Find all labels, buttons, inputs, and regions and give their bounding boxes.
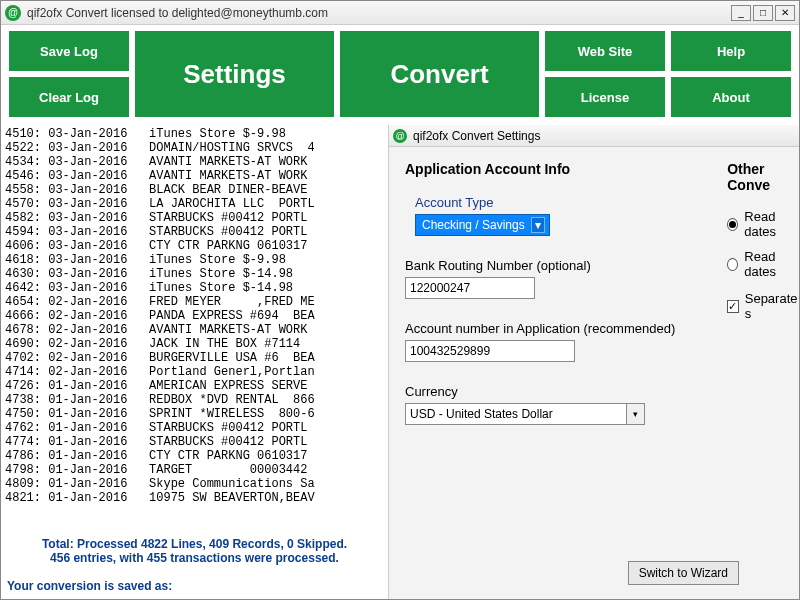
log-footer: Total: Processed 4822 Lines, 409 Records…: [1, 533, 388, 599]
log-line: 4690: 02-Jan-2016 JACK IN THE BOX #7114: [5, 337, 388, 351]
settings-button[interactable]: Settings: [135, 31, 334, 117]
maximize-button[interactable]: □: [753, 5, 773, 21]
log-pane: 4510: 03-Jan-2016 iTunes Store $-9.98452…: [1, 125, 389, 599]
web-site-button[interactable]: Web Site: [545, 31, 665, 71]
radio-label: Read dates: [744, 249, 799, 279]
log-summary-2: 456 entries, with 455 transactions were …: [7, 551, 382, 565]
log-line: 4821: 01-Jan-2016 10975 SW BEAVERTON,BEA…: [5, 491, 388, 505]
toolbar: Save Log Clear Log Settings Convert Web …: [1, 25, 799, 125]
log-line: 4666: 02-Jan-2016 PANDA EXPRESS #694 BEA: [5, 309, 388, 323]
account-number-input[interactable]: [405, 340, 575, 362]
checkbox-icon: [727, 300, 739, 313]
log-line: 4582: 03-Jan-2016 STARBUCKS #00412 PORTL: [5, 211, 388, 225]
log-line: 4798: 01-Jan-2016 TARGET 00003442: [5, 463, 388, 477]
help-button[interactable]: Help: [671, 31, 791, 71]
log-line: 4534: 03-Jan-2016 AVANTI MARKETS-AT WORK: [5, 155, 388, 169]
log-line: 4606: 03-Jan-2016 CTY CTR PARKNG 0610317: [5, 239, 388, 253]
chevron-down-icon: ▾: [626, 404, 644, 424]
minimize-button[interactable]: _: [731, 5, 751, 21]
chevron-down-icon: ▾: [531, 217, 545, 233]
log-line: 4630: 03-Jan-2016 iTunes Store $-14.98: [5, 267, 388, 281]
log-line: 4558: 03-Jan-2016 BLACK BEAR DINER-BEAVE: [5, 183, 388, 197]
radio-label: Read dates: [744, 209, 799, 239]
app-icon: @: [393, 129, 407, 143]
app-icon: @: [5, 5, 21, 21]
log-saved-as: Your conversion is saved as:: [7, 579, 382, 593]
currency-dropdown[interactable]: USD - United States Dollar ▾: [405, 403, 645, 425]
account-type-label: Account Type: [405, 195, 687, 210]
currency-value: USD - United States Dollar: [410, 407, 553, 421]
log-line: 4762: 01-Jan-2016 STARBUCKS #00412 PORTL: [5, 421, 388, 435]
log-line: 4738: 01-Jan-2016 REDBOX *DVD RENTAL 866: [5, 393, 388, 407]
log-summary-1: Total: Processed 4822 Lines, 409 Records…: [7, 537, 382, 551]
application-account-header: Application Account Info: [405, 161, 687, 177]
clear-log-button[interactable]: Clear Log: [9, 77, 129, 117]
account-type-value: Checking / Savings: [422, 218, 525, 232]
log-line: 4510: 03-Jan-2016 iTunes Store $-9.98: [5, 127, 388, 141]
separate-checkbox[interactable]: Separate s: [727, 291, 799, 321]
log-line: 4618: 03-Jan-2016 iTunes Store $-9.98: [5, 253, 388, 267]
close-button[interactable]: ✕: [775, 5, 795, 21]
settings-left-col: Application Account Info Account Type Ch…: [405, 161, 687, 591]
settings-pane: @ qif2ofx Convert Settings Application A…: [389, 125, 799, 599]
content-area: 4510: 03-Jan-2016 iTunes Store $-9.98452…: [1, 125, 799, 599]
log-line: 4809: 01-Jan-2016 Skype Communications S…: [5, 477, 388, 491]
save-log-button[interactable]: Save Log: [9, 31, 129, 71]
routing-input[interactable]: [405, 277, 535, 299]
license-button[interactable]: License: [545, 77, 665, 117]
log-line: 4750: 01-Jan-2016 SPRINT *WIRELESS 800-6: [5, 407, 388, 421]
currency-label: Currency: [405, 384, 687, 399]
account-type-dropdown[interactable]: Checking / Savings ▾: [415, 214, 550, 236]
app-window: @ qif2ofx Convert licensed to delighted@…: [0, 0, 800, 600]
switch-to-wizard-button[interactable]: Switch to Wizard: [628, 561, 739, 585]
convert-button[interactable]: Convert: [340, 31, 539, 117]
log-line: 4570: 03-Jan-2016 LA JAROCHITA LLC PORTL: [5, 197, 388, 211]
read-dates-radio-2[interactable]: Read dates: [727, 249, 799, 279]
log-line: 4546: 03-Jan-2016 AVANTI MARKETS-AT WORK: [5, 169, 388, 183]
log-line: 4654: 02-Jan-2016 FRED MEYER ,FRED ME: [5, 295, 388, 309]
log-line: 4522: 03-Jan-2016 DOMAIN/HOSTING SRVCS 4: [5, 141, 388, 155]
log-line: 4642: 03-Jan-2016 iTunes Store $-14.98: [5, 281, 388, 295]
settings-body: Application Account Info Account Type Ch…: [389, 147, 799, 599]
log-line: 4774: 01-Jan-2016 STARBUCKS #00412 PORTL: [5, 435, 388, 449]
log-line: 4786: 01-Jan-2016 CTY CTR PARKNG 0610317: [5, 449, 388, 463]
window-controls: _ □ ✕: [731, 5, 795, 21]
radio-icon: [727, 258, 738, 271]
checkbox-label: Separate s: [745, 291, 799, 321]
radio-icon: [727, 218, 738, 231]
about-button[interactable]: About: [671, 77, 791, 117]
account-number-label: Account number in Application (recommend…: [405, 321, 687, 336]
log-line: 4702: 02-Jan-2016 BURGERVILLE USA #6 BEA: [5, 351, 388, 365]
routing-label: Bank Routing Number (optional): [405, 258, 687, 273]
log-text[interactable]: 4510: 03-Jan-2016 iTunes Store $-9.98452…: [1, 125, 388, 533]
log-line: 4714: 02-Jan-2016 Portland Generl,Portla…: [5, 365, 388, 379]
settings-window-title: qif2ofx Convert Settings: [413, 129, 540, 143]
settings-right-col: Other Conve Read dates Read dates Separa…: [727, 161, 799, 591]
titlebar: @ qif2ofx Convert licensed to delighted@…: [1, 1, 799, 25]
read-dates-radio-1[interactable]: Read dates: [727, 209, 799, 239]
settings-titlebar: @ qif2ofx Convert Settings: [389, 125, 799, 147]
log-line: 4678: 02-Jan-2016 AVANTI MARKETS-AT WORK: [5, 323, 388, 337]
window-title: qif2ofx Convert licensed to delighted@mo…: [27, 6, 731, 20]
other-conversion-header: Other Conve: [727, 161, 799, 193]
log-line: 4726: 01-Jan-2016 AMERICAN EXPRESS SERVE: [5, 379, 388, 393]
log-line: 4594: 03-Jan-2016 STARBUCKS #00412 PORTL: [5, 225, 388, 239]
